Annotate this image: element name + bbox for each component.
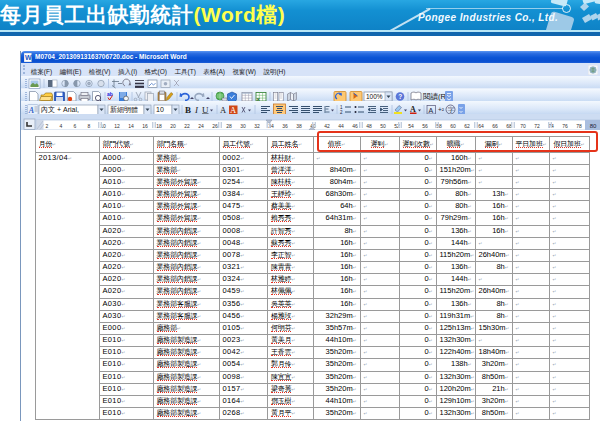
svg-text:48: 48: [366, 122, 372, 128]
svg-text:44: 44: [338, 122, 344, 128]
svg-text:內文 + Arial,: 內文 + Arial,: [41, 105, 79, 113]
svg-text:18: 18: [156, 122, 162, 128]
svg-text:30: 30: [240, 122, 246, 128]
svg-text:A: A: [429, 106, 434, 113]
svg-text:20: 20: [170, 122, 176, 128]
svg-text:54: 54: [408, 122, 414, 128]
svg-text:A: A: [220, 104, 227, 114]
svg-text:80: 80: [590, 122, 597, 128]
svg-text:70: 70: [520, 122, 526, 128]
svg-text:46: 46: [352, 122, 358, 128]
svg-text:字: 字: [448, 106, 455, 113]
svg-text:32: 32: [254, 122, 260, 128]
svg-text:26: 26: [212, 122, 218, 128]
svg-text:8: 8: [88, 122, 91, 128]
svg-text:4: 4: [60, 122, 63, 128]
svg-text:50: 50: [380, 122, 386, 128]
svg-text:A: A: [410, 104, 416, 113]
svg-text:24: 24: [198, 122, 204, 128]
svg-text:42: 42: [324, 122, 330, 128]
svg-text:?: ?: [398, 93, 402, 100]
svg-text:36: 36: [282, 122, 288, 128]
svg-text:W: W: [25, 54, 32, 61]
svg-text:12: 12: [114, 122, 120, 128]
svg-text:38: 38: [296, 122, 302, 128]
svg-text:新細明體: 新細明體: [110, 105, 138, 114]
svg-text:60: 60: [450, 122, 456, 128]
svg-text:34: 34: [268, 122, 274, 128]
svg-text:10: 10: [156, 106, 164, 113]
svg-text:A: A: [230, 104, 237, 114]
svg-text:6: 6: [74, 122, 77, 128]
svg-text:22: 22: [184, 122, 190, 128]
svg-text:28: 28: [226, 122, 232, 128]
svg-text:U: U: [202, 104, 209, 114]
svg-text:66: 66: [492, 122, 498, 128]
svg-text:I: I: [194, 104, 199, 114]
svg-text:64: 64: [478, 122, 484, 128]
svg-text:62: 62: [464, 122, 470, 128]
svg-text:76: 76: [562, 122, 568, 128]
svg-text:2: 2: [46, 122, 49, 128]
svg-text:72: 72: [534, 122, 540, 128]
svg-text:78: 78: [576, 122, 582, 128]
svg-text:+²: +²: [438, 106, 445, 113]
svg-text:14: 14: [128, 122, 134, 128]
svg-text:56: 56: [422, 122, 428, 128]
svg-text:58: 58: [436, 122, 442, 128]
svg-text:B: B: [185, 104, 191, 114]
svg-text:16: 16: [142, 122, 148, 128]
svg-text:100%: 100%: [366, 93, 383, 100]
